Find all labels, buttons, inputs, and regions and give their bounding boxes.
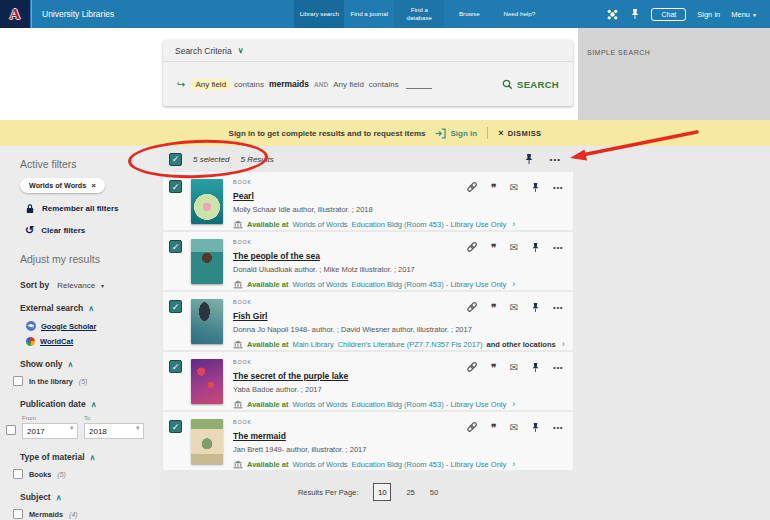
email-icon[interactable]: ✉ <box>510 182 518 193</box>
more-actions-icon[interactable]: ••• <box>550 155 561 164</box>
operator-selector-2[interactable]: contains <box>369 80 399 89</box>
simple-search-link[interactable]: SIMPLE SEARCH <box>578 28 770 56</box>
checkbox[interactable] <box>13 469 23 479</box>
checkbox[interactable] <box>13 509 23 519</box>
dismiss-button[interactable]: × DISMISS <box>498 128 541 138</box>
close-icon[interactable]: × <box>91 181 96 190</box>
sign-in-link[interactable]: Sign in <box>697 10 720 19</box>
result-checkbox[interactable]: ✓ <box>169 240 182 253</box>
availability-row[interactable]: Available at Worlds of Words Education B… <box>233 279 565 289</box>
publication-date-section-header[interactable]: Publication date ∧ <box>20 399 154 409</box>
nav-item-browse[interactable]: Browse <box>444 0 494 28</box>
select-all-checkbox[interactable]: ✓ <box>169 153 182 166</box>
field-selector-1[interactable]: Any field <box>192 79 229 90</box>
search-term-1[interactable]: mermaids <box>269 79 309 89</box>
subject-section-header[interactable]: Subject ∧ <box>20 492 154 502</box>
type-of-material-section-header[interactable]: Type of material ∧ <box>20 452 154 462</box>
chevron-right-icon[interactable]: › <box>512 279 515 289</box>
chevron-right-icon[interactable]: › <box>512 219 515 229</box>
operator-selector-1[interactable]: contains <box>234 80 264 89</box>
nav-item-need-help[interactable]: Need help? <box>494 0 544 28</box>
book-cover[interactable] <box>191 179 223 224</box>
university-logo[interactable]: A <box>0 0 30 28</box>
pin-icon[interactable] <box>531 422 540 433</box>
external-search-section-header[interactable]: External search ∧ <box>20 303 154 313</box>
availability-sublocation[interactable]: Education Bldg (Room 453) - Library Use … <box>352 460 507 469</box>
more-actions-icon[interactable]: ••• <box>553 243 563 252</box>
search-criteria-header[interactable]: Search Criteria ∨ <box>163 40 573 62</box>
to-year-input[interactable]: 2018 ▲▼ <box>84 423 144 439</box>
availability-location[interactable]: Worlds of Words <box>292 460 347 469</box>
citation-icon[interactable]: ❞ <box>491 302 496 313</box>
permalink-icon[interactable] <box>466 301 478 313</box>
permalink-icon[interactable] <box>466 181 478 193</box>
pin-icon[interactable] <box>531 242 540 253</box>
availability-location[interactable]: Worlds of Words <box>292 400 347 409</box>
chevron-right-icon[interactable]: › <box>562 339 565 349</box>
chat-button[interactable]: Chat <box>651 8 686 21</box>
stepper-arrows[interactable]: ▲▼ <box>70 426 74 431</box>
availability-row[interactable]: Available at Worlds of Words Education B… <box>233 459 565 469</box>
email-icon[interactable]: ✉ <box>510 302 518 313</box>
availability-row[interactable]: Available at Main Library Children's Lit… <box>233 339 565 349</box>
result-title-link[interactable]: The people of the sea <box>233 251 320 261</box>
pin-icon[interactable] <box>531 362 540 373</box>
more-actions-icon[interactable]: ••• <box>553 363 563 372</box>
permalink-icon[interactable] <box>466 361 478 373</box>
menu-button[interactable]: Menu▾ <box>731 10 756 19</box>
availability-sublocation[interactable]: Children's Literature (PZ7.7.N357 Fis 20… <box>338 340 483 349</box>
permalink-icon[interactable] <box>466 241 478 253</box>
pin-icon[interactable] <box>630 8 640 20</box>
availability-row[interactable]: Available at Worlds of Words Education B… <box>233 399 565 409</box>
citation-icon[interactable]: ❞ <box>491 242 496 253</box>
chevron-right-icon[interactable]: › <box>512 399 515 409</box>
availability-location[interactable]: Worlds of Words <box>292 220 347 229</box>
availability-sublocation[interactable]: Education Bldg (Room 453) - Library Use … <box>352 220 507 229</box>
book-cover[interactable] <box>191 239 223 284</box>
more-actions-icon[interactable]: ••• <box>553 303 563 312</box>
availability-location[interactable]: Main Library <box>292 340 333 349</box>
google-scholar-link[interactable]: Google Scholar <box>26 321 154 331</box>
date-filter-checkbox[interactable] <box>6 425 16 435</box>
per-page-option-50[interactable]: 50 <box>430 488 438 497</box>
result-title-link[interactable]: Fish Girl <box>233 311 267 321</box>
result-title-link[interactable]: The secret of the purple lake <box>233 371 348 381</box>
availability-location[interactable]: Worlds of Words <box>292 280 347 289</box>
filter-books[interactable]: Books (5) <box>13 469 154 479</box>
result-title-link[interactable]: Pearl <box>233 191 254 201</box>
more-actions-icon[interactable]: ••• <box>553 423 563 432</box>
stepper-arrows[interactable]: ▲▼ <box>136 426 140 431</box>
availability-row[interactable]: Available at Worlds of Words Education B… <box>233 219 565 229</box>
from-year-input[interactable]: 2017 ▲▼ <box>22 423 78 439</box>
more-actions-icon[interactable]: ••• <box>553 183 563 192</box>
pin-icon[interactable] <box>531 302 540 313</box>
filter-mermaids[interactable]: Mermaids (4) <box>13 509 154 519</box>
email-icon[interactable]: ✉ <box>510 242 518 253</box>
permalink-icon[interactable] <box>466 421 478 433</box>
availability-sublocation[interactable]: Education Bldg (Room 453) - Library Use … <box>352 400 507 409</box>
book-cover[interactable] <box>191 359 223 404</box>
nav-item-library-search[interactable]: Library search <box>294 0 344 28</box>
chevron-right-icon[interactable]: › <box>512 459 515 469</box>
per-page-option-10[interactable]: 10 <box>373 483 391 501</box>
result-checkbox[interactable]: ✓ <box>169 300 182 313</box>
worldcat-link[interactable]: WorldCat <box>26 337 154 346</box>
result-title-link[interactable]: The mermaid <box>233 431 286 441</box>
citation-icon[interactable]: ❞ <box>491 422 496 433</box>
book-cover[interactable] <box>191 419 223 464</box>
checkbox[interactable] <box>13 376 23 386</box>
filter-chip-worlds-of-words[interactable]: Worlds of Words × <box>20 178 105 193</box>
field-selector-2[interactable]: Any field <box>333 80 364 89</box>
email-icon[interactable]: ✉ <box>510 362 518 373</box>
citation-icon[interactable]: ❞ <box>491 362 496 373</box>
banner-sign-in-button[interactable]: Sign in <box>435 128 477 139</box>
per-page-option-25[interactable]: 25 <box>406 488 414 497</box>
nav-item-find-a-journal[interactable]: Find a journal <box>344 0 394 28</box>
cart-icon[interactable] <box>606 8 619 21</box>
show-only-section-header[interactable]: Show only ∧ <box>20 359 154 369</box>
pin-icon[interactable] <box>524 153 534 165</box>
remember-all-filters-button[interactable]: Remember all filters <box>25 203 154 214</box>
book-cover[interactable] <box>191 299 223 344</box>
nav-item-find-a-database[interactable]: Find a database <box>394 0 444 28</box>
result-checkbox[interactable]: ✓ <box>169 420 182 433</box>
